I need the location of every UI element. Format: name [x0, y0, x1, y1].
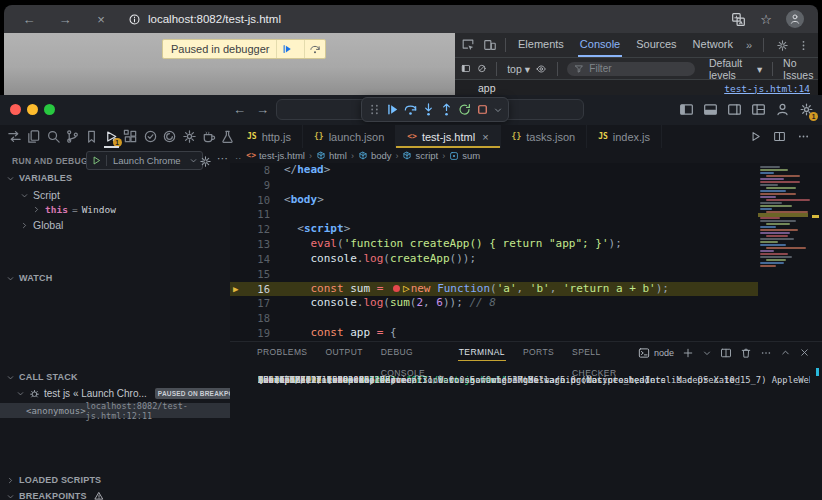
console-context-selector[interactable]: top▾: [507, 63, 530, 75]
call-stack-session[interactable]: test js « Launch Chro... PAUSED ON BREAK…: [16, 388, 231, 399]
debug-toolbar-grip[interactable]: [367, 102, 382, 117]
kill-terminal-icon[interactable]: [740, 347, 752, 359]
activity-item-search[interactable]: [45, 127, 61, 147]
devtools-settings-icon[interactable]: [776, 39, 789, 52]
variables-scope-global[interactable]: Global: [20, 219, 63, 231]
browser-back-button[interactable]: ←: [18, 12, 40, 27]
debug-stop-button[interactable]: [475, 102, 490, 117]
code-line-19[interactable]: 19 const app = {: [230, 326, 822, 341]
console-levels-selector[interactable]: Default levels▾: [709, 57, 762, 81]
loaded-scripts-section-header[interactable]: LOADED SCRIPTS: [6, 475, 101, 485]
breakpoints-section-header[interactable]: BREAKPOINTS: [6, 491, 104, 500]
code-line-13[interactable]: 13 eval('function createApp() { return "…: [230, 237, 822, 252]
close-panel-icon[interactable]: [799, 347, 810, 358]
activity-item-gitlens[interactable]: [181, 127, 197, 147]
panel-tab-problems[interactable]: PROBLEMS: [248, 342, 316, 363]
toggle-primary-sidebar-icon[interactable]: [679, 102, 694, 117]
editor-forward-button[interactable]: →: [256, 102, 269, 117]
breadcrumb-item-body[interactable]: body: [358, 150, 392, 161]
breadcrumb-overflow[interactable]: ‥: [235, 150, 242, 161]
activity-item-extension-circle[interactable]: [161, 127, 177, 147]
editor-tab-launch.json[interactable]: {}launch.json: [303, 125, 396, 148]
activity-item-java[interactable]: [200, 127, 216, 147]
macos-minimize-button[interactable]: [27, 104, 38, 115]
code-line-14[interactable]: 14 console.log(createApp());: [230, 252, 822, 267]
code-line-8[interactable]: 8</head>: [230, 163, 822, 178]
debug-restart-button[interactable]: [457, 102, 472, 117]
code-line-18[interactable]: 18: [230, 311, 822, 326]
activity-item-run-and-debug[interactable]: 1: [103, 127, 119, 147]
devtools-menu-icon[interactable]: [797, 39, 810, 52]
code-line-17[interactable]: 17 console.log(sum(2, 6)); // 8: [230, 296, 822, 311]
debug-settings-gear-icon[interactable]: [199, 155, 212, 168]
code-line-16[interactable]: ▶16 const sum = ▷new Function('a', 'b', …: [230, 282, 822, 297]
console-source-link[interactable]: test-js.html:14: [724, 83, 810, 94]
split-terminal-icon[interactable]: [720, 347, 732, 359]
debug-step-into-button[interactable]: [421, 102, 436, 117]
close-tab-icon[interactable]: ×: [482, 131, 488, 143]
browser-profile-avatar[interactable]: [786, 10, 804, 28]
panel-tab-terminal[interactable]: TERMINAL: [450, 342, 514, 363]
activity-item-testing[interactable]: [142, 127, 158, 147]
devtools-tab-sources[interactable]: Sources: [628, 33, 684, 57]
terminal-shell-selector[interactable]: node: [638, 347, 674, 359]
code-line-11[interactable]: 11: [230, 207, 822, 222]
address-bar[interactable]: localhost:8082/test-js.html: [128, 13, 281, 26]
debug-continue-button[interactable]: [385, 102, 400, 117]
breadcrumb-item-html[interactable]: html: [316, 150, 347, 161]
debug-step-out-button[interactable]: [439, 102, 454, 117]
resume-script-button[interactable]: [276, 40, 297, 58]
debug-step-over-button[interactable]: [403, 102, 418, 117]
panel-tab-ports[interactable]: PORTS: [514, 342, 563, 363]
activity-item-extensions[interactable]: [123, 127, 139, 147]
devtools-tab-network[interactable]: Network: [685, 33, 741, 57]
device-toolbar-icon[interactable]: [483, 38, 497, 52]
translate-icon[interactable]: [731, 12, 746, 27]
devtools-tab-console[interactable]: Console: [572, 33, 628, 57]
step-over-button[interactable]: [304, 40, 325, 58]
breadcrumb-item-sum[interactable]: sum: [449, 150, 480, 161]
editor-tab-index.js[interactable]: JSindex.js: [587, 125, 662, 148]
code-line-15[interactable]: 15: [230, 267, 822, 282]
terminal-dropdown-chevron-icon[interactable]: [702, 348, 712, 358]
minimap[interactable]: [760, 166, 806, 268]
editor-tab-tasks.json[interactable]: {}tasks.json: [501, 125, 588, 148]
panel-tab-spell-checker[interactable]: SPELL CHECKER: [563, 342, 638, 363]
customize-layout-icon[interactable]: [751, 102, 766, 117]
bookmark-star-icon[interactable]: ☆: [760, 12, 772, 27]
debug-toolbar-chevron[interactable]: [493, 105, 503, 115]
devtools-more-tabs[interactable]: »: [741, 39, 757, 51]
activity-item-references[interactable]: [6, 127, 22, 147]
activity-item-explorer[interactable]: [25, 127, 41, 147]
panel-tab-output[interactable]: OUTPUT: [316, 342, 371, 363]
variables-section-header[interactable]: VARIABLES: [6, 173, 72, 183]
manage-gear-button[interactable]: 1: [799, 102, 814, 117]
new-terminal-icon[interactable]: [682, 347, 694, 359]
code-line-12[interactable]: 12 <script>: [230, 222, 822, 237]
issues-counter[interactable]: No Issues: [783, 57, 818, 81]
breadcrumb-item-test-js.html[interactable]: <>test-js.html: [246, 150, 305, 161]
run-file-icon[interactable]: [749, 130, 762, 143]
browser-close-button[interactable]: ×: [90, 12, 112, 27]
breadcrumb-item-script[interactable]: script: [402, 150, 438, 161]
split-editor-icon[interactable]: [773, 130, 786, 143]
site-info-icon[interactable]: [128, 13, 141, 26]
toggle-secondary-sidebar-icon[interactable]: [727, 102, 742, 117]
activity-item-bookmarks[interactable]: [84, 127, 100, 147]
panel-tab-debug-console[interactable]: DEBUG CONSOLE: [372, 342, 450, 363]
launch-config-dropdown[interactable]: Launch Chrome: [86, 151, 203, 170]
code-editor[interactable]: 8</head>910<body>1112 <script>13 eval('f…: [230, 163, 822, 341]
activity-item-test-explorer[interactable]: [220, 127, 236, 147]
terminal-output[interactable]: Serve GZIP Files: falseServe Brotli File…: [258, 366, 810, 500]
eye-icon[interactable]: [536, 62, 546, 76]
inspect-element-icon[interactable]: [461, 38, 475, 52]
editor-tab-http.js[interactable]: JShttp.js: [236, 125, 303, 148]
macos-zoom-button[interactable]: [44, 104, 55, 115]
panel-more-actions-icon[interactable]: [760, 347, 772, 359]
browser-forward-button[interactable]: →: [54, 12, 76, 27]
editor-tab-test-js.html[interactable]: <>test-js.html×: [396, 125, 500, 148]
start-debugging-button[interactable]: [87, 155, 107, 166]
variable-this[interactable]: this = Window: [32, 204, 116, 215]
variables-scope-script[interactable]: Script: [20, 189, 60, 201]
code-line-9[interactable]: 9: [230, 178, 822, 193]
